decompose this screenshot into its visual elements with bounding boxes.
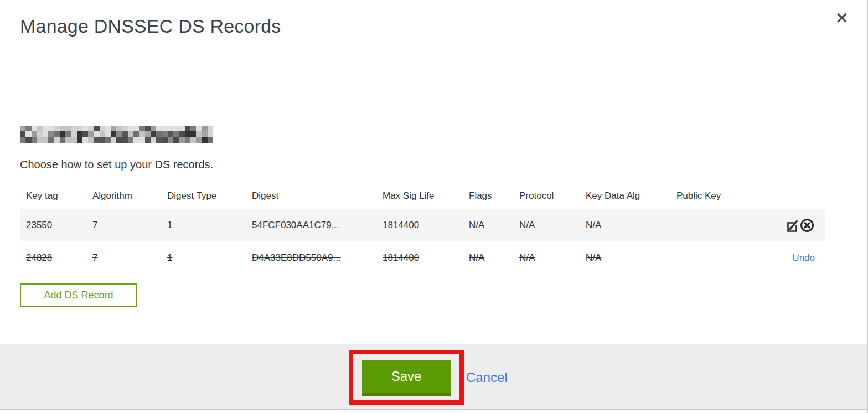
cell-flags: N/A — [463, 252, 513, 264]
cell-digest-type: 1 — [161, 220, 246, 231]
column-header-public-key: Public Key — [670, 190, 768, 202]
edit-record-button[interactable] — [784, 218, 799, 233]
cell-algorithm: 7 — [86, 252, 161, 264]
table-row-deleted: 24828 7 1 D4A33E8DD550A9... 1814400 N/A … — [20, 241, 825, 275]
undo-link[interactable]: Undo — [792, 252, 815, 264]
cell-flags: N/A — [463, 220, 513, 231]
column-header-key-data-alg: Key Data Alg — [580, 190, 670, 202]
redacted-domain — [20, 126, 213, 143]
delete-icon — [799, 218, 815, 233]
row-actions — [768, 218, 819, 233]
cell-digest-type: 1 — [161, 252, 246, 264]
cell-key-data-alg: N/A — [580, 252, 670, 264]
cell-digest: 54FCF030AA1C79... — [246, 220, 376, 231]
save-button[interactable]: Save — [362, 360, 451, 396]
cell-max-sig-life: 1814400 — [376, 252, 463, 264]
cell-protocol: N/A — [513, 252, 580, 264]
cell-key-tag: 23550 — [20, 220, 86, 231]
cell-digest: D4A33E8DD550A9... — [246, 252, 376, 264]
manage-dnssec-ds-records-dialog: Manage DNSSEC DS Records ✕ Choose how to… — [0, 0, 868, 413]
column-header-digest-type: Digest Type — [161, 190, 246, 202]
ds-records-table: Key tag Algorithm Digest Type Digest Max… — [20, 183, 825, 275]
column-header-key-tag: Key tag — [20, 190, 86, 202]
cancel-link[interactable]: Cancel — [466, 370, 508, 385]
subtitle-text: Choose how to set up your DS records. — [20, 158, 213, 171]
delete-record-button[interactable] — [799, 218, 815, 233]
column-header-flags: Flags — [463, 190, 513, 202]
cell-algorithm: 7 — [86, 220, 161, 231]
cell-key-tag: 24828 — [20, 252, 86, 264]
edit-icon — [784, 218, 799, 233]
row-actions: Undo — [768, 252, 819, 264]
column-header-max-sig-life: Max Sig Life — [376, 190, 463, 202]
page-title: Manage DNSSEC DS Records — [20, 16, 281, 37]
column-header-protocol: Protocol — [513, 190, 580, 202]
column-header-digest: Digest — [246, 190, 376, 202]
cell-protocol: N/A — [513, 220, 580, 231]
add-ds-record-button[interactable]: Add DS Record — [20, 283, 137, 307]
column-header-algorithm: Algorithm — [86, 190, 161, 202]
cell-max-sig-life: 1814400 — [376, 220, 463, 231]
close-icon[interactable]: ✕ — [835, 11, 848, 26]
table-header-row: Key tag Algorithm Digest Type Digest Max… — [20, 183, 825, 209]
cell-key-data-alg: N/A — [580, 220, 670, 231]
table-row: 23550 7 1 54FCF030AA1C79... 1814400 N/A … — [20, 209, 825, 241]
